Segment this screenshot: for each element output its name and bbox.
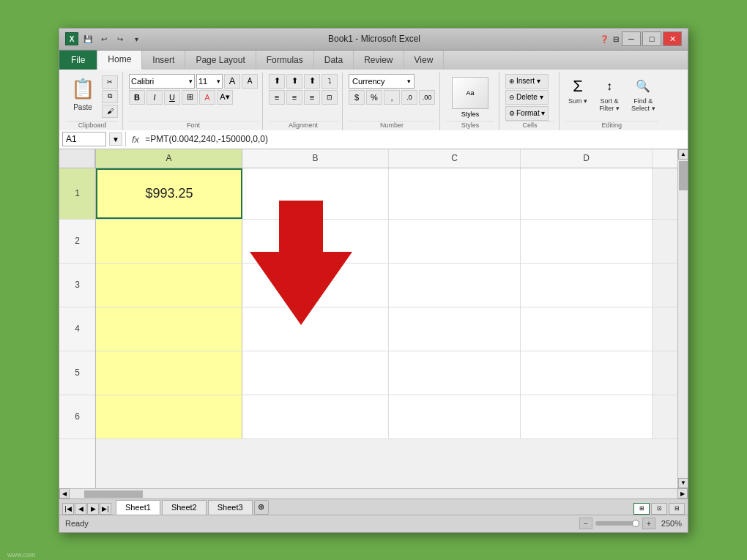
cell-d3[interactable] bbox=[521, 264, 653, 307]
col-header-d[interactable]: D bbox=[521, 149, 653, 168]
merge-btn[interactable]: ⊡ bbox=[322, 90, 338, 105]
format-cells-btn[interactable]: ⚙ Format ▾ bbox=[505, 106, 549, 121]
cell-c5[interactable] bbox=[389, 351, 521, 395]
tab-formulas[interactable]: Formulas bbox=[256, 51, 314, 70]
formula-input[interactable]: =PMT(0.0042,240,-150000,0,0) bbox=[145, 134, 685, 144]
sheet-tab-2[interactable]: Sheet2 bbox=[162, 500, 207, 515]
horizontal-scrollbar[interactable]: ◀ ▶ bbox=[59, 488, 688, 499]
zoom-slider[interactable] bbox=[595, 521, 639, 526]
minimize-btn[interactable]: ─ bbox=[622, 31, 641, 46]
tab-page-layout[interactable]: Page Layout bbox=[185, 51, 256, 70]
align-top-btn[interactable]: ⬆ bbox=[269, 74, 285, 89]
align-left-btn[interactable]: ≡ bbox=[269, 90, 285, 105]
sum-button[interactable]: Σ Sum ▾ bbox=[565, 74, 590, 106]
sheet-prev-btn[interactable]: ◀ bbox=[75, 503, 86, 515]
sheet-last-btn[interactable]: ▶| bbox=[100, 503, 111, 515]
tab-data[interactable]: Data bbox=[314, 51, 354, 70]
italic-button[interactable]: I bbox=[146, 90, 163, 105]
fill-color-button[interactable]: A bbox=[199, 90, 215, 105]
normal-view-icon[interactable]: ⊞ bbox=[633, 503, 650, 515]
font-decrease-btn[interactable]: A bbox=[242, 74, 258, 89]
insert-cells-btn[interactable]: ⊕ Insert ▾ bbox=[505, 74, 549, 89]
zoom-in-btn[interactable]: + bbox=[642, 518, 655, 529]
scroll-down-btn[interactable]: ▼ bbox=[678, 478, 688, 488]
tab-home[interactable]: Home bbox=[97, 51, 142, 70]
save-quick-btn[interactable]: 💾 bbox=[81, 32, 94, 45]
underline-button[interactable]: U bbox=[164, 90, 180, 105]
font-color-button[interactable]: A▾ bbox=[217, 90, 233, 105]
maximize-btn[interactable]: □ bbox=[642, 31, 661, 46]
border-button[interactable]: ⊞ bbox=[182, 90, 198, 105]
dollar-btn[interactable]: $ bbox=[349, 90, 365, 105]
cell-a4[interactable] bbox=[96, 307, 242, 351]
redo-quick-btn[interactable]: ↪ bbox=[114, 32, 127, 45]
row-header-6[interactable]: 6 bbox=[59, 395, 95, 439]
formula-expand-btn[interactable]: ▼ bbox=[109, 132, 122, 146]
cell-d1[interactable] bbox=[521, 168, 653, 219]
sort-filter-button[interactable]: ↕ Sort &Filter ▾ bbox=[595, 74, 624, 113]
col-header-c[interactable]: C bbox=[389, 149, 521, 168]
paste-button[interactable]: 📋 Paste bbox=[67, 74, 99, 113]
scroll-right-btn[interactable]: ▶ bbox=[677, 488, 688, 499]
cell-c1[interactable] bbox=[389, 168, 521, 219]
align-center-btn[interactable]: ≡ bbox=[286, 90, 302, 105]
tab-insert[interactable]: Insert bbox=[142, 51, 185, 70]
bold-button[interactable]: B bbox=[129, 90, 145, 105]
cell-c6[interactable] bbox=[389, 395, 521, 438]
styles-button[interactable]: Aa Styles bbox=[446, 75, 494, 119]
vertical-scrollbar[interactable]: ▲ ▼ bbox=[677, 149, 688, 488]
cell-b4[interactable] bbox=[242, 307, 389, 351]
row-header-5[interactable]: 5 bbox=[59, 351, 95, 395]
cell-a5[interactable] bbox=[96, 351, 242, 395]
cell-b2[interactable] bbox=[242, 220, 389, 263]
cell-d5[interactable] bbox=[521, 351, 653, 395]
close-btn[interactable]: ✕ bbox=[663, 31, 682, 46]
scroll-thumb[interactable] bbox=[679, 161, 688, 190]
undo-quick-btn[interactable]: ↩ bbox=[97, 32, 111, 45]
percent-btn[interactable]: % bbox=[366, 90, 382, 105]
qa-dropdown-btn[interactable]: ▾ bbox=[130, 32, 143, 45]
row-header-1[interactable]: 1 bbox=[59, 168, 95, 220]
sheet-next-btn[interactable]: ▶ bbox=[87, 503, 99, 515]
sheet-first-btn[interactable]: |◀ bbox=[62, 503, 74, 515]
cell-d6[interactable] bbox=[521, 395, 653, 438]
wrap-text-btn[interactable]: ⤵ bbox=[322, 74, 338, 89]
cell-b6[interactable] bbox=[242, 395, 389, 438]
cell-a6[interactable] bbox=[96, 395, 242, 438]
h-scroll-thumb[interactable] bbox=[84, 490, 143, 498]
number-format-selector[interactable]: Currency ▾ bbox=[349, 74, 415, 89]
format-painter-button[interactable]: 🖌 bbox=[102, 105, 118, 118]
tab-file[interactable]: File bbox=[59, 51, 97, 70]
align-bottom-btn[interactable]: ⬆ bbox=[304, 74, 320, 89]
find-select-button[interactable]: 🔍 Find &Select ▾ bbox=[628, 74, 658, 113]
col-header-a[interactable]: A bbox=[96, 149, 242, 168]
cell-b3[interactable] bbox=[242, 264, 389, 307]
scroll-up-btn[interactable]: ▲ bbox=[678, 149, 688, 160]
cell-a2[interactable] bbox=[96, 220, 242, 263]
cell-c4[interactable] bbox=[389, 307, 521, 351]
sheet-tab-add[interactable]: ⊕ bbox=[254, 500, 269, 515]
ribbon-toggle-btn[interactable]: ⊟ bbox=[613, 35, 619, 43]
row-header-4[interactable]: 4 bbox=[59, 307, 95, 351]
cell-d4[interactable] bbox=[521, 307, 653, 351]
col-header-b[interactable]: B bbox=[242, 149, 389, 168]
row-header-3[interactable]: 3 bbox=[59, 264, 95, 307]
cell-d2[interactable] bbox=[521, 220, 653, 263]
tab-view[interactable]: View bbox=[404, 51, 445, 70]
cut-button[interactable]: ✂ bbox=[102, 75, 118, 89]
h-scroll-track[interactable] bbox=[70, 489, 677, 499]
scroll-track[interactable] bbox=[678, 160, 688, 478]
font-increase-btn[interactable]: A bbox=[224, 74, 240, 89]
sheet-tab-3[interactable]: Sheet3 bbox=[208, 500, 253, 515]
align-middle-btn[interactable]: ⬆ bbox=[286, 74, 302, 89]
cell-reference-box[interactable]: A1 bbox=[62, 132, 106, 146]
scroll-left-btn[interactable]: ◀ bbox=[59, 488, 70, 499]
decrease-decimal-btn[interactable]: .00 bbox=[419, 90, 435, 105]
page-break-view-icon[interactable]: ⊟ bbox=[669, 503, 685, 515]
tab-review[interactable]: Review bbox=[354, 51, 404, 70]
help-btn[interactable]: ❓ bbox=[600, 35, 609, 43]
comma-btn[interactable]: , bbox=[384, 90, 400, 105]
cell-b5[interactable] bbox=[242, 351, 389, 395]
increase-decimal-btn[interactable]: .0 bbox=[401, 90, 417, 105]
delete-cells-btn[interactable]: ⊖ Delete ▾ bbox=[505, 90, 549, 105]
